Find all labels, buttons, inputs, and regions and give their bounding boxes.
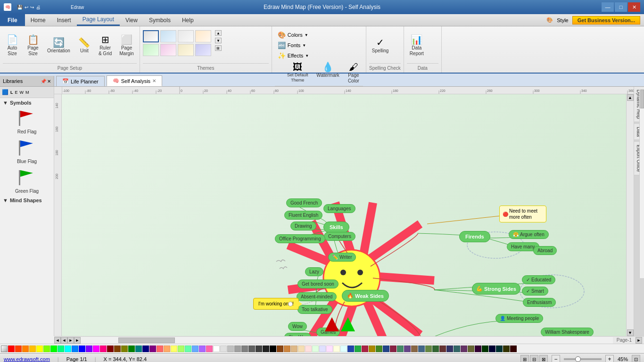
node-office-prog[interactable]: Office Programming	[275, 234, 325, 243]
hscroll-thumb[interactable]	[118, 337, 175, 343]
menu-home[interactable]: Home	[25, 14, 51, 26]
color-43[interactable]	[305, 346, 312, 352]
theme-2[interactable]	[160, 30, 176, 42]
page-size-button[interactable]: 📋 PageSize	[24, 33, 42, 58]
menu-view[interactable]: View	[120, 14, 143, 26]
node-argue-often[interactable]: 😤 Argue often	[509, 230, 549, 239]
color-35[interactable]	[248, 346, 255, 352]
website-link[interactable]: www.edrawsoft.com	[4, 356, 50, 362]
color-30[interactable]	[213, 346, 220, 352]
color-12[interactable]	[86, 346, 92, 352]
note-meet-often[interactable]: 🔴Need to meet more often	[499, 206, 546, 222]
colors-button[interactable]: 🎨 Colors ▼	[275, 30, 311, 40]
color-31[interactable]	[220, 346, 227, 352]
tab-self-analysis[interactable]: 🧠 Self Analysis ✕	[107, 75, 162, 86]
color-8[interactable]	[58, 346, 64, 352]
canvas-scroll-down[interactable]: ▼	[627, 329, 634, 336]
color-70[interactable]	[496, 346, 503, 352]
theme-5[interactable]	[143, 44, 159, 56]
color-13[interactable]	[93, 346, 99, 352]
node-strong-sides[interactable]: 💪 Strong Sides	[472, 283, 520, 295]
color-15[interactable]	[107, 346, 114, 352]
theme-4[interactable]	[195, 30, 211, 42]
color-63[interactable]	[446, 346, 453, 352]
view-fit[interactable]: ⊠	[539, 355, 548, 362]
color-24[interactable]	[171, 346, 177, 352]
color-60[interactable]	[425, 346, 432, 352]
canvas-scroll-next[interactable]: ►	[67, 337, 74, 344]
color-71[interactable]	[503, 346, 510, 352]
page-color-button[interactable]: 🖌 PageColor	[344, 60, 363, 86]
canvas-scroll-right[interactable]: ►	[74, 337, 81, 344]
color-46[interactable]	[326, 346, 333, 352]
menu-file[interactable]: File	[0, 14, 25, 26]
node-computers[interactable]: Computers	[324, 232, 355, 241]
canvas-area[interactable]: -100 -80 -60 -40 -20 0 20 40 60 80	[54, 87, 634, 336]
node-abroad[interactable]: Abroad	[533, 246, 557, 255]
zoom-in-button[interactable]: +	[605, 355, 614, 362]
color-29[interactable]	[206, 346, 213, 352]
note-working[interactable]: I'm working on it!	[253, 298, 299, 310]
theme-down-button[interactable]: ▼	[215, 38, 222, 43]
quick-redo[interactable]: ↪	[30, 5, 34, 10]
color-55[interactable]	[390, 346, 396, 352]
zoom-out-button[interactable]: −	[552, 355, 560, 362]
color-1[interactable]	[8, 346, 15, 352]
color-67[interactable]	[475, 346, 481, 352]
zoom-slider[interactable]	[564, 358, 602, 360]
tab-self-analysis-close[interactable]: ✕	[152, 78, 156, 83]
theme-6[interactable]	[160, 44, 176, 56]
effects-button[interactable]: ✨ Effects ▼	[275, 51, 312, 60]
menu-symbols[interactable]: Symbols	[143, 14, 176, 26]
theme-1[interactable]	[143, 30, 159, 42]
color-none[interactable]	[1, 346, 8, 352]
tab-life-planner[interactable]: 📅 Life Planner	[56, 76, 105, 86]
color-16[interactable]	[114, 346, 121, 352]
hscroll-track[interactable]	[81, 337, 613, 344]
page-margin-button[interactable]: ⬜ PageMargin	[116, 33, 137, 58]
node-get-bored[interactable]: Get bored soon	[297, 280, 339, 288]
libraries-close-icon[interactable]: ✕	[47, 79, 51, 84]
ruler-grid-button[interactable]: ⊞ Ruler& Grid	[96, 33, 115, 58]
color-19[interactable]	[135, 346, 142, 352]
node-star-war[interactable]: Star War	[284, 333, 311, 336]
color-22[interactable]	[157, 346, 163, 352]
color-57[interactable]	[404, 346, 411, 352]
node-educated[interactable]: ✓ Educated	[522, 275, 555, 284]
node-fluent-english[interactable]: Fluent English	[284, 211, 322, 220]
lib-scroll[interactable]: ▼ Symbols Red Flag	[0, 98, 54, 336]
node-languages[interactable]: Languages	[323, 204, 355, 213]
color-6[interactable]	[43, 346, 50, 352]
canvas-vscrollbar[interactable]: ▲ ▼	[626, 94, 634, 336]
node-enthusiasm[interactable]: Enthusiasm	[523, 298, 556, 307]
color-65[interactable]	[461, 346, 467, 352]
node-wow[interactable]: Wow	[288, 322, 307, 331]
fonts-button[interactable]: 🔤 Fonts ▼	[275, 41, 309, 50]
node-friends[interactable]: Firends	[459, 231, 490, 242]
color-25[interactable]	[178, 346, 184, 352]
node-absent[interactable]: Absent-minded	[297, 292, 337, 301]
color-41[interactable]	[291, 346, 297, 352]
hscroll-end[interactable]: ►	[636, 337, 642, 344]
color-45[interactable]	[319, 346, 326, 352]
color-7[interactable]	[50, 346, 57, 352]
lib-item-green-flag[interactable]: Green Flag	[6, 168, 48, 194]
color-42[interactable]	[298, 346, 305, 352]
color-53[interactable]	[376, 346, 382, 352]
color-18[interactable]	[128, 346, 135, 352]
data-report-button[interactable]: 📊 DataReport	[407, 33, 427, 58]
canvas-scroll-left[interactable]: ◄	[54, 337, 61, 344]
quick-print[interactable]: 🖨	[36, 5, 41, 10]
color-27[interactable]	[192, 346, 198, 352]
color-4[interactable]	[29, 346, 36, 352]
close-button[interactable]: ✕	[628, 2, 640, 12]
theme-up-button[interactable]: ▲	[215, 30, 222, 36]
color-40[interactable]	[284, 346, 290, 352]
color-50[interactable]	[355, 346, 361, 352]
color-68[interactable]	[482, 346, 488, 352]
node-lazy[interactable]: Lazy	[305, 267, 323, 276]
zoom-fit-button[interactable]: ⊡	[632, 355, 640, 362]
color-56[interactable]	[397, 346, 404, 352]
node-drawing[interactable]: Drawing	[290, 222, 316, 230]
theme-7[interactable]	[178, 44, 194, 56]
